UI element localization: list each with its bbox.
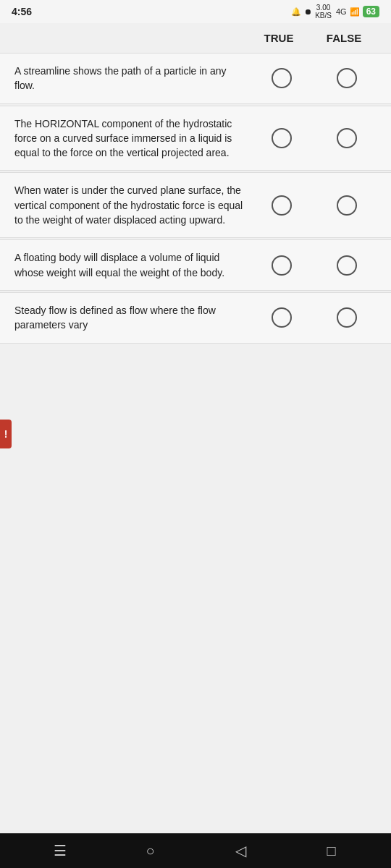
true-option-2[interactable]: [249, 128, 314, 148]
true-radio-4[interactable]: [272, 255, 292, 276]
radio-group-4: [249, 255, 379, 276]
true-radio-3[interactable]: [272, 195, 292, 216]
quiz-rows: A streamline shows the path of a particl…: [0, 50, 391, 833]
question-text-5: Steady flow is defined as flow where the…: [14, 303, 249, 333]
false-radio-1[interactable]: [337, 68, 357, 88]
false-radio-2[interactable]: [337, 128, 357, 148]
status-icons: 🔔 ⏺ 3.00KB/S 4G 📶 63: [291, 4, 379, 20]
quiz-container: TRUE FALSE A streamline shows the path o…: [0, 23, 391, 833]
false-option-1[interactable]: [314, 68, 379, 88]
false-option-2[interactable]: [314, 128, 379, 148]
exclamation-icon: !: [4, 428, 8, 440]
record-icon: ⏺: [304, 7, 312, 16]
true-radio-5[interactable]: [272, 307, 292, 328]
radio-group-2: [249, 128, 379, 148]
false-col-label: FALSE: [311, 32, 377, 44]
battery-indicator: 63: [363, 6, 379, 17]
true-option-1[interactable]: [249, 68, 314, 88]
question-col-label: [14, 32, 246, 44]
quiz-row-1: A streamline shows the path of a particl…: [0, 53, 391, 104]
quiz-row-2: The HORIZONTAL component of the hydrosta…: [0, 106, 391, 171]
quiz-row-5: Steady flow is defined as flow where the…: [0, 292, 391, 344]
status-time: 4:56: [12, 6, 32, 17]
home-icon[interactable]: ○: [136, 843, 165, 859]
quiz-row-4: A floating body will displace a volume o…: [0, 239, 391, 291]
data-speed: 3.00KB/S: [315, 4, 332, 20]
true-option-5[interactable]: [249, 307, 314, 328]
false-option-3[interactable]: [314, 195, 379, 216]
radio-group-3: [249, 195, 379, 216]
false-option-4[interactable]: [314, 255, 379, 276]
signal-type: 4G: [336, 7, 347, 16]
quiz-header: TRUE FALSE: [0, 23, 391, 50]
true-col-label: TRUE: [246, 32, 311, 44]
question-text-4: A floating body will displace a volume o…: [14, 250, 249, 280]
false-option-5[interactable]: [314, 307, 379, 328]
back-icon[interactable]: ◁: [227, 842, 256, 859]
side-indicator: !: [0, 420, 12, 448]
question-text-2: The HORIZONTAL component of the hydrosta…: [14, 116, 249, 161]
false-radio-5[interactable]: [337, 307, 357, 328]
radio-group-5: [249, 307, 379, 328]
more-icon[interactable]: □: [317, 843, 346, 859]
true-option-4[interactable]: [249, 255, 314, 276]
status-bar: 4:56 🔔 ⏺ 3.00KB/S 4G 📶 63: [0, 0, 391, 23]
question-text-1: A streamline shows the path of a particl…: [14, 64, 249, 93]
quiz-row-3: When water is under the curved plane sur…: [0, 172, 391, 238]
question-text-3: When water is under the curved plane sur…: [14, 183, 249, 227]
false-radio-4[interactable]: [337, 255, 357, 276]
true-option-3[interactable]: [249, 195, 314, 216]
column-labels: TRUE FALSE: [0, 32, 391, 44]
true-radio-2[interactable]: [272, 128, 292, 148]
menu-icon[interactable]: ☰: [46, 842, 75, 859]
false-radio-3[interactable]: [337, 195, 357, 216]
true-radio-1[interactable]: [272, 68, 292, 88]
nav-bar: ☰ ○ ◁ □: [0, 833, 391, 868]
signal-bars: 📶: [350, 7, 360, 17]
alarm-icon: 🔔: [291, 7, 301, 17]
radio-group-1: [249, 68, 379, 88]
